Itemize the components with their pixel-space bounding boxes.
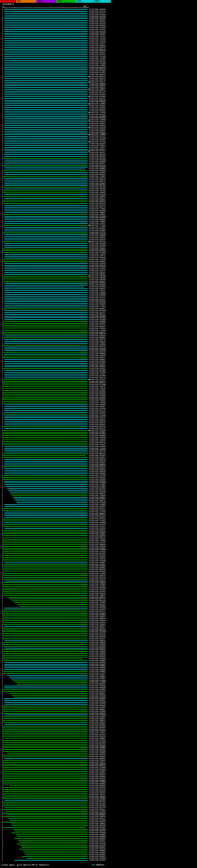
- hit-alignment-bar[interactable]: [2, 187, 88, 188]
- hit-alignment-bar[interactable]: [2, 642, 88, 643]
- hit-alignment-bar[interactable]: [4, 116, 88, 117]
- hit-alignment-bar[interactable]: [4, 152, 88, 153]
- hit-alignment-bar[interactable]: [4, 800, 88, 801]
- hit-alignment-bar[interactable]: [2, 524, 88, 525]
- hit-alignment-bar[interactable]: [2, 813, 88, 813]
- hit-alignment-bar[interactable]: [4, 15, 88, 16]
- hit-alignment-bar[interactable]: [4, 218, 88, 218]
- hit-alignment-bar[interactable]: [2, 352, 88, 352]
- hit-alignment-bar[interactable]: [2, 321, 88, 322]
- hit-alignment-bar[interactable]: [2, 241, 88, 242]
- hit-alignment-bar[interactable]: [2, 628, 88, 628]
- hit-alignment-bar[interactable]: [2, 691, 88, 692]
- hit-alignment-bar[interactable]: [2, 261, 88, 262]
- hit-alignment-bar[interactable]: [4, 53, 88, 53]
- hit-alignment-bar[interactable]: [4, 151, 88, 151]
- hit-alignment-bar[interactable]: [2, 384, 88, 385]
- hit-alignment-bar[interactable]: [2, 573, 88, 574]
- hit-alignment-bar[interactable]: [4, 354, 88, 354]
- hit-alignment-bar[interactable]: [9, 677, 88, 677]
- hit-alignment-bar[interactable]: [2, 533, 88, 534]
- hit-alignment-bar[interactable]: [4, 664, 88, 665]
- hit-alignment-bar[interactable]: [2, 760, 88, 761]
- hit-alignment-bar[interactable]: [4, 319, 88, 320]
- hit-alignment-bar[interactable]: [4, 668, 88, 668]
- hit-alignment-bar[interactable]: [2, 437, 88, 438]
- hit-alignment-bar[interactable]: [4, 416, 88, 416]
- hit-alignment-bar[interactable]: [2, 744, 88, 745]
- hit-alignment-bar[interactable]: [4, 60, 88, 61]
- hit-alignment-bar[interactable]: [4, 240, 88, 240]
- hit-alignment-bar[interactable]: [2, 530, 88, 530]
- hit-alignment-bar[interactable]: [4, 93, 88, 93]
- hit-alignment-bar[interactable]: [4, 9, 88, 10]
- hit-alignment-bar[interactable]: [4, 102, 88, 102]
- hit-alignment-bar[interactable]: [2, 738, 88, 739]
- hit-alignment-bar[interactable]: [2, 735, 88, 735]
- hit-alignment-bar[interactable]: [2, 403, 88, 403]
- hit-alignment-bar[interactable]: [4, 100, 88, 101]
- hit-alignment-bar[interactable]: [4, 410, 88, 411]
- hit-alignment-bar[interactable]: [4, 194, 88, 195]
- hit-alignment-bar[interactable]: [4, 758, 88, 759]
- hit-alignment-bar[interactable]: [4, 483, 88, 483]
- hit-alignment-bar[interactable]: [4, 376, 88, 376]
- hit-alignment-bar[interactable]: [12, 833, 88, 833]
- hit-alignment-bar[interactable]: [2, 202, 88, 202]
- hit-alignment-bar[interactable]: [2, 591, 88, 592]
- hit-alignment-bar[interactable]: [2, 532, 88, 532]
- hit-alignment-bar[interactable]: [4, 118, 88, 119]
- hit-alignment-bar[interactable]: [21, 845, 88, 846]
- hit-alignment-bar[interactable]: [2, 555, 88, 556]
- hit-alignment-bar[interactable]: [4, 258, 88, 258]
- hit-alignment-bar[interactable]: [4, 366, 88, 367]
- hit-alignment-bar[interactable]: [2, 713, 88, 714]
- hit-alignment-bar[interactable]: [2, 798, 88, 799]
- hit-alignment-bar[interactable]: [2, 521, 88, 521]
- hit-alignment-bar[interactable]: [4, 377, 88, 378]
- hit-alignment-bar[interactable]: [2, 809, 88, 810]
- hit-alignment-bar[interactable]: [4, 563, 88, 563]
- hit-alignment-bar[interactable]: [2, 617, 88, 617]
- hit-alignment-bar[interactable]: [2, 250, 88, 251]
- hit-alignment-bar[interactable]: [2, 577, 88, 578]
- hit-alignment-bar[interactable]: [14, 499, 88, 499]
- hit-alignment-bar[interactable]: [9, 693, 88, 694]
- hit-alignment-bar[interactable]: [2, 804, 88, 804]
- hit-alignment-bar[interactable]: [2, 548, 88, 549]
- hit-alignment-bar[interactable]: [4, 122, 88, 122]
- hit-alignment-bar[interactable]: [2, 398, 88, 398]
- hit-alignment-bar[interactable]: [4, 347, 88, 347]
- hit-alignment-bar[interactable]: [2, 203, 88, 204]
- hit-alignment-bar[interactable]: [4, 419, 88, 420]
- hit-alignment-bar[interactable]: [4, 133, 88, 133]
- hit-alignment-bar[interactable]: [2, 731, 88, 732]
- hit-alignment-bar[interactable]: [4, 38, 88, 39]
- hit-alignment-bar[interactable]: [2, 192, 88, 193]
- hit-alignment-bar[interactable]: [4, 87, 88, 88]
- hit-alignment-bar[interactable]: [2, 566, 88, 566]
- hit-alignment-bar[interactable]: [4, 56, 88, 57]
- hit-alignment-bar[interactable]: [4, 120, 88, 120]
- hit-alignment-bar[interactable]: [4, 154, 88, 155]
- hit-alignment-bar[interactable]: [2, 454, 88, 454]
- hit-alignment-bar[interactable]: [4, 370, 88, 371]
- hit-alignment-bar[interactable]: [4, 504, 88, 505]
- hit-alignment-bar[interactable]: [4, 156, 88, 157]
- hit-alignment-bar[interactable]: [2, 746, 88, 746]
- hit-alignment-bar[interactable]: [4, 528, 88, 529]
- hit-alignment-bar[interactable]: [4, 98, 88, 99]
- hit-alignment-bar[interactable]: [2, 588, 88, 588]
- hit-alignment-bar[interactable]: [4, 408, 88, 409]
- hit-alignment-bar[interactable]: [4, 213, 88, 213]
- hit-alignment-bar[interactable]: [2, 564, 88, 565]
- hit-alignment-bar[interactable]: [4, 160, 88, 160]
- hit-alignment-bar[interactable]: [2, 755, 88, 755]
- hit-alignment-bar[interactable]: [4, 316, 88, 316]
- hit-alignment-bar[interactable]: [2, 637, 88, 638]
- hit-alignment-bar[interactable]: [4, 512, 88, 513]
- hit-alignment-bar[interactable]: [4, 314, 88, 315]
- hit-alignment-bar[interactable]: [7, 753, 88, 753]
- hit-alignment-bar[interactable]: [4, 73, 88, 73]
- hit-alignment-bar[interactable]: [2, 586, 88, 587]
